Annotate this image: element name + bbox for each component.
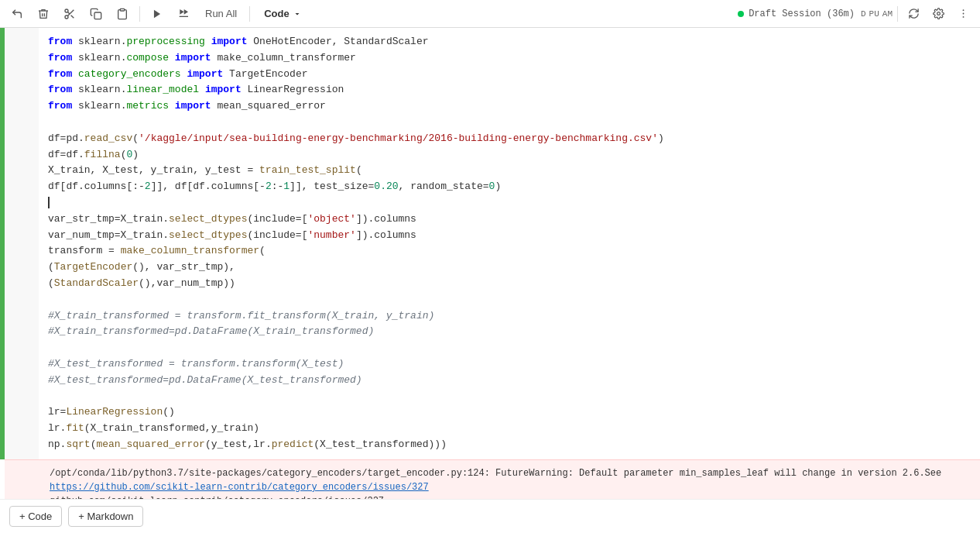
more-options-button[interactable] bbox=[952, 3, 974, 25]
svg-line-4 bbox=[67, 12, 70, 14]
code-line-5: from sklearn.metrics import mean_squared… bbox=[48, 98, 971, 115]
run-all-label: Run All bbox=[205, 8, 237, 19]
svg-marker-8 bbox=[180, 9, 183, 15]
paste-button[interactable] bbox=[111, 3, 133, 25]
svg-marker-9 bbox=[184, 9, 188, 15]
add-code-button[interactable]: + Code bbox=[9, 506, 62, 527]
undo-button[interactable] bbox=[6, 3, 28, 25]
code-line-20 bbox=[48, 340, 971, 356]
code-line-9: X_train, X_test, y_train, y_test = train… bbox=[48, 163, 971, 179]
main-content: from sklearn.preprocessing import OneHot… bbox=[0, 28, 980, 533]
code-line-17 bbox=[48, 292, 971, 308]
toolbar-right: Draft Session (36m) D PU AM bbox=[738, 3, 974, 25]
settings-button[interactable] bbox=[927, 3, 949, 25]
svg-rect-6 bbox=[120, 9, 124, 11]
code-line-21: #X_test_transformed = transform.transfor… bbox=[48, 356, 971, 373]
code-line-12: var_str_tmp=X_train.select_dtypes(includ… bbox=[48, 211, 971, 228]
svg-rect-5 bbox=[94, 12, 101, 19]
run-all-next-button[interactable] bbox=[173, 3, 194, 25]
code-line-13: var_num_tmp=X_train.select_dtypes(includ… bbox=[48, 228, 971, 244]
svg-line-3 bbox=[71, 15, 74, 18]
code-line-6 bbox=[48, 115, 971, 131]
add-markdown-button[interactable]: + Markdown bbox=[68, 506, 143, 527]
copy-button[interactable] bbox=[85, 3, 107, 25]
svg-point-0 bbox=[65, 9, 68, 12]
code-line-3: from category_encoders import TargetEnco… bbox=[48, 67, 971, 83]
code-line-14: transform = make_column_transformer( bbox=[48, 243, 971, 260]
code-line-7: df=pd.read_csv('/kaggle/input/sea-buildi… bbox=[48, 131, 971, 147]
warning-link-1[interactable]: https://github.com/scikit-learn-contrib/… bbox=[50, 482, 429, 493]
code-label: Code bbox=[264, 8, 290, 19]
code-editor[interactable]: from sklearn.preprocessing import OneHot… bbox=[39, 28, 980, 459]
cell-code-area: from sklearn.preprocessing import OneHot… bbox=[0, 28, 980, 459]
run-all-button[interactable]: Run All bbox=[199, 5, 243, 22]
resource-indicators: D PU AM bbox=[861, 9, 893, 19]
code-line-2: from sklearn.compose import make_column_… bbox=[48, 50, 971, 67]
code-dropdown-button[interactable]: Code bbox=[256, 5, 310, 22]
restart-button[interactable] bbox=[903, 3, 924, 25]
code-line-26: np.sqrt(mean_squared_error(y_test,lr.pre… bbox=[48, 437, 971, 453]
add-markdown-label: + Markdown bbox=[78, 511, 133, 522]
cut-button[interactable] bbox=[59, 3, 81, 25]
code-cell: from sklearn.preprocessing import OneHot… bbox=[0, 28, 980, 533]
code-line-1: from sklearn.preprocessing import OneHot… bbox=[48, 34, 971, 50]
divider-3 bbox=[897, 6, 898, 22]
warning-line-1: /opt/conda/lib/python3.7/site-packages/c… bbox=[50, 466, 971, 494]
code-line-18: #X_train_transformed = transform.fit_tra… bbox=[48, 308, 971, 325]
code-line-10: df[df.columns[:-2]], df[df.columns[-2:-1… bbox=[48, 179, 971, 195]
code-line-19: #X_train_transformed=pd.DataFrame(X_trai… bbox=[48, 324, 971, 340]
svg-point-14 bbox=[962, 16, 964, 18]
bottom-toolbar: + Code + Markdown bbox=[0, 499, 980, 533]
code-line-15: (TargetEncoder(), var_str_tmp), bbox=[48, 260, 971, 276]
code-line-25: lr.fit(X_train_transformed,y_train) bbox=[48, 421, 971, 437]
code-line-16: (StandardScaler(),var_num_tmp)) bbox=[48, 276, 971, 292]
code-line-4: from sklearn.linear_model import LinearR… bbox=[48, 82, 971, 98]
line-numbers bbox=[5, 28, 39, 459]
session-dot bbox=[738, 11, 744, 17]
divider-1 bbox=[139, 6, 140, 22]
code-line-24: lr=LinearRegression() bbox=[48, 404, 971, 421]
session-label: Draft Session (36m) bbox=[749, 9, 855, 19]
code-line-11 bbox=[48, 195, 971, 211]
code-line-8: df=df.fillna(0) bbox=[48, 147, 971, 163]
toolbar: Run All Code Draft Session (36m) D PU AM bbox=[0, 0, 980, 28]
delete-button[interactable] bbox=[33, 3, 54, 25]
svg-point-13 bbox=[962, 13, 964, 15]
divider-2 bbox=[249, 6, 250, 22]
toolbar-right-icons: D PU AM bbox=[861, 3, 974, 25]
add-code-label: + Code bbox=[19, 511, 52, 522]
run-button[interactable] bbox=[146, 3, 168, 25]
svg-marker-7 bbox=[154, 9, 160, 18]
session-badge: Draft Session (36m) bbox=[738, 9, 855, 19]
svg-point-1 bbox=[65, 15, 68, 19]
code-line-23 bbox=[48, 389, 971, 405]
svg-point-12 bbox=[962, 9, 964, 11]
code-line-22: #X_test_transformed=pd.DataFrame(X_test_… bbox=[48, 373, 971, 389]
svg-point-11 bbox=[937, 12, 940, 15]
